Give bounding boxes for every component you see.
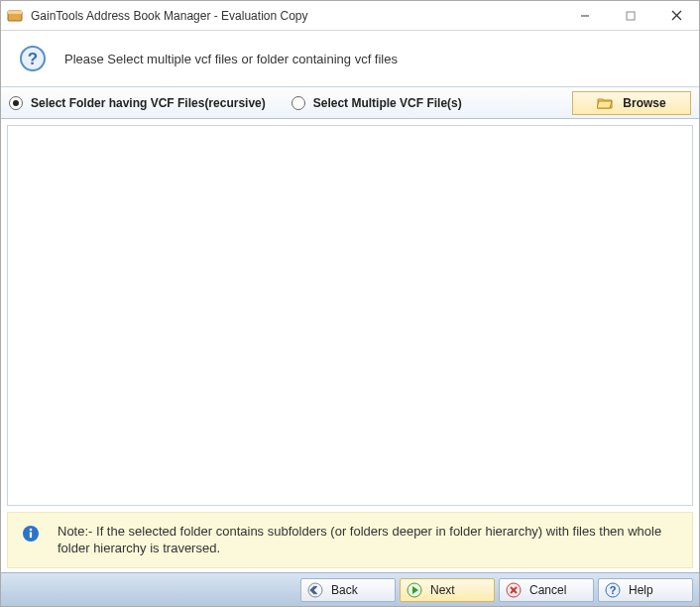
back-arrow-icon bbox=[307, 582, 323, 598]
browse-label: Browse bbox=[623, 96, 665, 110]
radio-label: Select Multiple VCF File(s) bbox=[313, 96, 462, 110]
file-list-area bbox=[7, 125, 693, 506]
radio-folder-recursive[interactable]: Select Folder having VCF Files(recursive… bbox=[9, 96, 266, 110]
cancel-icon bbox=[506, 582, 522, 598]
play-icon bbox=[407, 582, 422, 598]
note-prefix: Note:- bbox=[58, 524, 96, 539]
radio-multiple-files[interactable]: Select Multiple VCF File(s) bbox=[292, 96, 462, 110]
back-button[interactable]: Back bbox=[300, 578, 396, 602]
radio-icon bbox=[9, 96, 23, 110]
browse-button[interactable]: Browse bbox=[572, 91, 691, 115]
titlebar: GainTools Address Book Manager - Evaluat… bbox=[1, 1, 699, 31]
window-title: GainTools Address Book Manager - Evaluat… bbox=[31, 9, 562, 23]
svg-rect-1 bbox=[8, 11, 22, 14]
radio-label: Select Folder having VCF Files(recursive… bbox=[31, 96, 266, 110]
next-button[interactable]: Next bbox=[400, 578, 495, 602]
question-icon: ? bbox=[19, 45, 47, 72]
radio-icon bbox=[292, 96, 305, 110]
note-text: Note:- If the selected folder contains s… bbox=[58, 523, 678, 557]
svg-text:?: ? bbox=[28, 50, 38, 68]
nav-button-bar: Back Next Cancel bbox=[1, 572, 699, 606]
info-icon bbox=[22, 525, 40, 543]
cancel-button[interactable]: Cancel bbox=[499, 578, 594, 602]
svg-point-9 bbox=[30, 529, 33, 532]
maximize-button[interactable] bbox=[608, 1, 653, 31]
instruction-text: Please Select multiple vcf files or fold… bbox=[64, 52, 398, 66]
help-button[interactable]: ? Help bbox=[598, 578, 693, 602]
close-button[interactable] bbox=[653, 1, 699, 31]
help-icon: ? bbox=[605, 582, 621, 598]
folder-open-icon bbox=[597, 96, 613, 110]
app-window: GainTools Address Book Manager - Evaluat… bbox=[0, 0, 700, 607]
svg-rect-3 bbox=[627, 12, 635, 20]
note-body: If the selected folder contains subfolde… bbox=[58, 524, 661, 556]
next-label: Next bbox=[430, 583, 455, 597]
minimize-button[interactable] bbox=[562, 1, 608, 31]
app-icon bbox=[7, 8, 23, 24]
note-bar: Note:- If the selected folder contains s… bbox=[7, 512, 693, 568]
selection-options-row: Select Folder having VCF Files(recursive… bbox=[1, 87, 699, 119]
back-label: Back bbox=[331, 583, 358, 597]
svg-text:?: ? bbox=[610, 584, 617, 596]
cancel-label: Cancel bbox=[529, 583, 566, 597]
instruction-header: ? Please Select multiple vcf files or fo… bbox=[1, 31, 699, 87]
help-label: Help bbox=[629, 583, 653, 597]
svg-rect-10 bbox=[30, 532, 32, 538]
